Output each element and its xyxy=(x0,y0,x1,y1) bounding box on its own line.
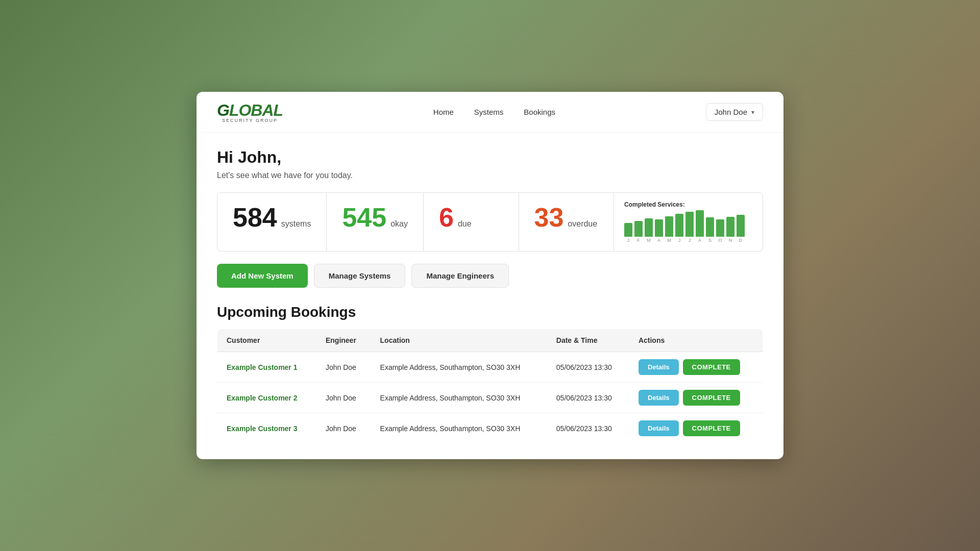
booking-engineer: John Doe xyxy=(316,413,371,444)
complete-button[interactable]: COMPLETE xyxy=(683,420,740,436)
stat-due-label: due xyxy=(458,219,472,229)
complete-button[interactable]: COMPLETE xyxy=(683,359,740,375)
customer-name: Example Customer 3 xyxy=(227,424,298,433)
booking-customer: Example Customer 3 xyxy=(217,413,316,444)
col-customer: Customer xyxy=(217,329,316,352)
month-label: O xyxy=(718,238,722,243)
col-datetime: Date & Time xyxy=(547,329,629,352)
main-card: GLOBAL SECURITY GROUP Home Systems Booki… xyxy=(197,92,783,459)
booking-location: Example Address, Southampton, SO30 3XH xyxy=(371,383,547,413)
bar-fill xyxy=(655,219,663,237)
booking-customer: Example Customer 1 xyxy=(217,352,316,383)
booking-datetime: 05/06/2023 13:30 xyxy=(547,413,629,444)
nav-bookings[interactable]: Bookings xyxy=(524,108,555,116)
table-row: Example Customer 2John DoeExample Addres… xyxy=(217,383,763,413)
stat-overdue-number: 33 xyxy=(534,204,564,231)
chart-bar-F: F xyxy=(634,221,643,243)
stat-okay-label: okay xyxy=(390,219,408,229)
stats-row: 584 systems 545 okay 6 due 33 overdue Co… xyxy=(217,192,763,252)
stat-due: 6 due xyxy=(424,193,519,251)
booking-datetime: 05/06/2023 13:30 xyxy=(547,383,629,413)
booking-actions: DetailsCOMPLETE xyxy=(629,383,763,413)
booking-location: Example Address, Southampton, SO30 3XH xyxy=(371,352,547,383)
logo: GLOBAL SECURITY GROUP xyxy=(217,101,283,123)
month-label: F xyxy=(637,238,640,243)
month-label: M xyxy=(667,238,671,243)
stat-systems-label: systems xyxy=(281,219,311,229)
col-engineer: Engineer xyxy=(316,329,371,352)
table-row: Example Customer 1John DoeExample Addres… xyxy=(217,352,763,383)
stat-systems: 584 systems xyxy=(217,193,327,251)
bar-fill xyxy=(685,212,694,237)
month-label: A xyxy=(698,238,701,243)
bar-fill xyxy=(624,223,632,237)
details-button[interactable]: Details xyxy=(639,420,679,436)
booking-datetime: 05/06/2023 13:30 xyxy=(547,352,629,383)
stat-systems-number: 584 xyxy=(233,204,277,231)
bar-fill xyxy=(737,215,745,237)
month-label: A xyxy=(657,238,660,243)
chart-title: Completed Services: xyxy=(624,201,752,208)
chart-bar-A: A xyxy=(655,219,663,243)
greeting-title: Hi John, xyxy=(217,148,763,167)
bar-fill xyxy=(716,219,724,237)
bar-fill xyxy=(675,214,683,237)
details-button[interactable]: Details xyxy=(639,390,679,406)
chart-bar-J: J xyxy=(624,223,632,243)
stat-okay-number: 545 xyxy=(342,204,386,231)
nav-systems[interactable]: Systems xyxy=(474,108,504,116)
col-location: Location xyxy=(371,329,547,352)
logo-text: GLOBAL xyxy=(217,101,283,120)
manage-systems-button[interactable]: Manage Systems xyxy=(314,264,406,288)
booking-engineer: John Doe xyxy=(316,352,371,383)
booking-actions: DetailsCOMPLETE xyxy=(629,352,763,383)
page-content: Hi John, Let's see what we have for you … xyxy=(197,133,783,459)
bookings-table: Customer Engineer Location Date & Time A… xyxy=(217,329,763,444)
stat-overdue: 33 overdue xyxy=(519,193,615,251)
chart-bar-J: J xyxy=(675,214,683,243)
nav-links: Home Systems Bookings xyxy=(433,108,555,116)
table-row: Example Customer 3John DoeExample Addres… xyxy=(217,413,763,444)
navbar: GLOBAL SECURITY GROUP Home Systems Booki… xyxy=(197,92,783,133)
booking-customer: Example Customer 2 xyxy=(217,383,316,413)
customer-name: Example Customer 1 xyxy=(227,363,298,371)
month-label: M xyxy=(647,238,651,243)
details-button[interactable]: Details xyxy=(639,359,679,375)
month-label: J xyxy=(678,238,681,243)
stat-okay: 545 okay xyxy=(327,193,424,251)
chart-bar-J: J xyxy=(685,212,694,243)
action-buttons: Add New System Manage Systems Manage Eng… xyxy=(217,264,763,288)
nav-home[interactable]: Home xyxy=(433,108,454,116)
logo-sub: SECURITY GROUP xyxy=(217,118,283,123)
user-name: John Doe xyxy=(715,108,747,116)
bar-fill xyxy=(706,217,714,237)
stat-overdue-label: overdue xyxy=(568,219,597,229)
bar-fill xyxy=(645,218,653,237)
col-actions: Actions xyxy=(629,329,763,352)
booking-engineer: John Doe xyxy=(316,383,371,413)
bar-fill xyxy=(665,216,673,237)
month-label: J xyxy=(627,238,630,243)
bar-fill xyxy=(696,210,704,237)
bookings-section-title: Upcoming Bookings xyxy=(217,304,763,320)
customer-name: Example Customer 2 xyxy=(227,394,298,402)
completed-services-chart: Completed Services: JFMAMJJASOND xyxy=(614,193,763,251)
chart-bar-D: D xyxy=(737,215,745,243)
manage-engineers-button[interactable]: Manage Engineers xyxy=(411,264,509,288)
chart-bar-S: S xyxy=(706,217,714,243)
complete-button[interactable]: COMPLETE xyxy=(683,390,740,406)
bar-fill xyxy=(726,217,734,237)
greeting-subtitle: Let's see what we have for you today. xyxy=(217,171,763,180)
chart-bar-M: M xyxy=(665,216,673,243)
stat-due-number: 6 xyxy=(439,204,454,231)
booking-location: Example Address, Southampton, SO30 3XH xyxy=(371,413,547,444)
booking-actions: DetailsCOMPLETE xyxy=(629,413,763,444)
month-label: S xyxy=(708,238,712,243)
bar-fill xyxy=(634,221,643,237)
user-dropdown[interactable]: John Doe ▾ xyxy=(706,103,763,121)
chart-bar-N: N xyxy=(726,217,734,243)
month-label: N xyxy=(729,238,732,243)
month-label: D xyxy=(739,238,743,243)
chart-bar-M: M xyxy=(645,218,653,243)
add-new-system-button[interactable]: Add New System xyxy=(217,264,308,288)
